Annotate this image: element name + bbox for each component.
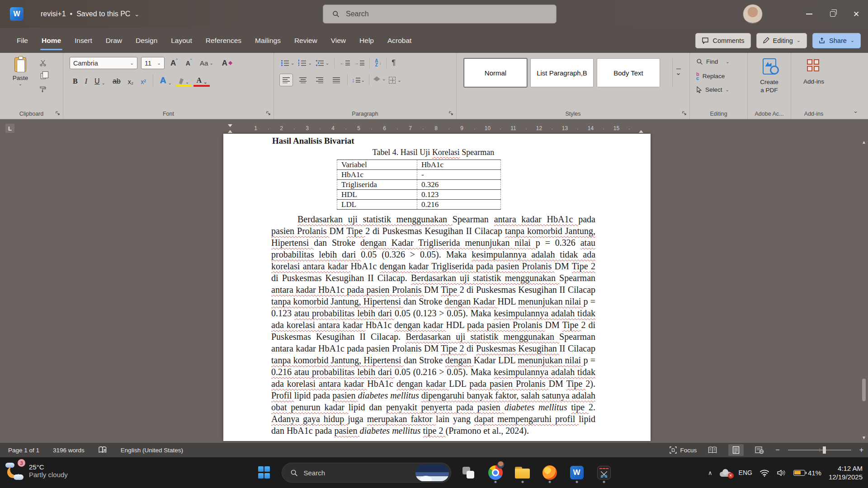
show-formatting-button[interactable]: ¶ <box>392 59 396 67</box>
copy-button[interactable] <box>38 71 48 80</box>
numbering-button[interactable]: ⌄ <box>298 60 311 66</box>
increase-indent-button[interactable]: → <box>354 60 364 66</box>
select-button[interactable]: Select ⌄ <box>696 86 729 93</box>
styles-dialog-launcher[interactable] <box>682 111 687 116</box>
strikethrough-button[interactable]: ab <box>109 74 124 87</box>
right-indent-marker[interactable] <box>639 130 643 133</box>
horizontal-ruler[interactable]: 123456789101112131415 <box>223 123 651 134</box>
subscript-button[interactable]: x₂ <box>125 74 137 87</box>
word-app[interactable]: W <box>567 462 587 483</box>
decrease-indent-button[interactable]: ← <box>340 60 350 66</box>
ribbon-tab[interactable]: Review <box>288 28 324 53</box>
ribbon-tab[interactable]: Home <box>35 28 68 53</box>
scroll-down-button[interactable]: ▼ <box>861 434 867 441</box>
highlight-color-button[interactable]: ⌄ <box>176 74 192 87</box>
focus-mode-button[interactable]: Focus <box>670 446 697 454</box>
zoom-slider-thumb[interactable] <box>823 446 826 454</box>
borders-button[interactable]: ⌄ <box>389 77 401 84</box>
search-highlight-image[interactable] <box>415 465 449 481</box>
zoom-slider[interactable] <box>788 450 851 450</box>
paste-button[interactable]: Paste ⌄ <box>6 57 34 86</box>
document-title[interactable]: revisi+1 • Saved to this PC ⌄ <box>41 10 139 18</box>
snipping-tool-app[interactable] <box>594 462 614 483</box>
ribbon-tab[interactable]: Layout <box>164 28 199 53</box>
replace-button[interactable]: bc Replace <box>696 72 725 80</box>
language-switcher[interactable]: ENG <box>739 469 752 476</box>
read-mode-button[interactable] <box>705 444 720 456</box>
scroll-up-button[interactable]: ▲ <box>861 138 867 145</box>
restore-button[interactable] <box>821 0 844 28</box>
addins-button[interactable]: Add-ins <box>791 59 836 85</box>
grow-font-button[interactable]: Aˆ <box>168 59 180 68</box>
styles-gallery-more-button[interactable]: ⌄ <box>672 58 684 87</box>
minimize-button[interactable] <box>797 0 821 28</box>
underline-button[interactable]: U ⌄ <box>91 74 108 87</box>
create-pdf-button[interactable]: Create a PDF <box>748 58 791 94</box>
ribbon-tab[interactable]: Mailings <box>248 28 288 53</box>
zoom-in-button[interactable]: + <box>859 446 863 454</box>
onedrive-icon[interactable]: ✕ <box>720 469 731 477</box>
page-indicator[interactable]: Page 1 of 1 <box>8 447 39 454</box>
font-family-select[interactable]: Cambria ⌄ <box>70 57 137 69</box>
start-button[interactable] <box>255 462 274 483</box>
file-explorer-app[interactable] <box>513 462 533 483</box>
wifi-icon[interactable] <box>760 469 769 477</box>
bullets-button[interactable]: ⌄ <box>281 60 294 66</box>
style-card[interactable]: List Paragraph,B <box>530 58 594 87</box>
editing-mode-button[interactable]: Editing ⌄ <box>756 33 807 48</box>
titlebar-search-box[interactable]: Search <box>323 5 557 23</box>
left-indent-marker[interactable] <box>228 130 232 133</box>
comments-button[interactable]: Comments <box>695 33 750 48</box>
chrome-app[interactable] <box>486 462 505 483</box>
language-indicator[interactable]: English (United States) <box>121 447 183 454</box>
ribbon-tab[interactable]: File <box>10 28 35 53</box>
cut-button[interactable] <box>38 58 48 67</box>
word-app-icon[interactable]: W <box>10 7 24 21</box>
proofing-errors-icon[interactable] <box>98 446 107 454</box>
ribbon-tab[interactable]: Draw <box>99 28 129 53</box>
style-card[interactable]: Body Text <box>597 58 660 87</box>
share-button[interactable]: Share ⌄ <box>812 33 861 48</box>
shading-button[interactable]: ⌄ <box>373 76 386 84</box>
change-case-button[interactable]: Aa ⌄ <box>198 59 216 67</box>
ribbon-tab[interactable]: Insert <box>68 28 99 53</box>
align-center-button[interactable] <box>296 74 310 86</box>
font-dialog-launcher[interactable] <box>266 111 271 116</box>
taskbar-search[interactable]: Search <box>282 463 451 483</box>
ribbon-tab[interactable]: View <box>324 28 353 53</box>
volume-icon[interactable] <box>777 469 786 477</box>
user-avatar[interactable] <box>743 4 763 24</box>
text-effects-button[interactable]: A ⌄ <box>157 74 175 87</box>
task-view-button[interactable] <box>458 462 478 483</box>
battery-indicator[interactable]: 41% <box>793 469 821 477</box>
shrink-font-button[interactable]: Aˇ <box>184 60 194 67</box>
paragraph-dialog-launcher[interactable] <box>449 111 454 116</box>
find-button[interactable]: Find ⌄ <box>696 58 730 65</box>
collapse-ribbon-button[interactable]: ⌄ <box>853 108 858 114</box>
ribbon-tab[interactable]: Design <box>129 28 164 53</box>
align-right-button[interactable] <box>313 74 326 86</box>
word-count[interactable]: 3196 words <box>53 447 85 454</box>
clipboard-dialog-launcher[interactable] <box>56 111 61 116</box>
ribbon-tab[interactable]: References <box>199 28 248 53</box>
close-button[interactable]: ✕ <box>844 0 868 28</box>
superscript-button[interactable]: x² <box>137 74 149 87</box>
web-layout-button[interactable] <box>752 444 767 456</box>
line-spacing-button[interactable]: ↕ ⌄ <box>352 77 365 84</box>
justify-button[interactable] <box>330 74 343 86</box>
italic-button[interactable]: I <box>82 74 90 87</box>
vertical-scrollbar[interactable]: ▲ ▼ <box>861 136 867 443</box>
font-size-select[interactable]: 11 ⌄ <box>141 57 165 69</box>
format-painter-button[interactable] <box>38 84 48 94</box>
style-card[interactable]: Normal <box>464 58 527 87</box>
first-line-indent-marker[interactable] <box>228 124 232 127</box>
align-left-button[interactable] <box>279 74 293 86</box>
print-layout-button[interactable] <box>728 444 744 456</box>
ribbon-tab[interactable]: Help <box>353 28 381 53</box>
ribbon-tab[interactable]: Acrobat <box>381 28 418 53</box>
bold-button[interactable]: B <box>70 74 81 87</box>
zoom-out-button[interactable]: − <box>775 446 779 454</box>
scrollbar-thumb[interactable] <box>862 379 866 401</box>
clock[interactable]: 4:12 AM 12/19/2025 <box>829 464 863 482</box>
font-color-button[interactable]: A ⌄ <box>193 74 210 87</box>
